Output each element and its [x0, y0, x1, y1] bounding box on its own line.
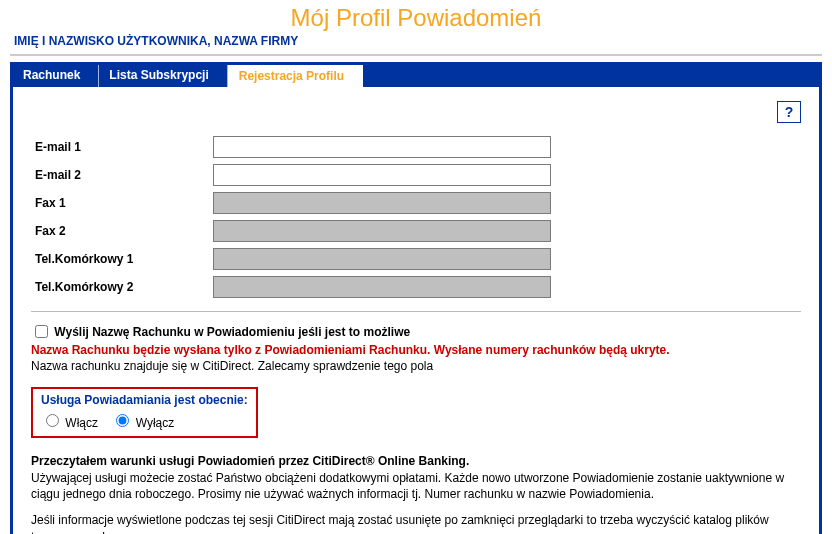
divider	[31, 311, 801, 312]
radio-off[interactable]	[116, 414, 129, 427]
label-fax2: Fax 2	[31, 217, 209, 245]
label-email1: E-mail 1	[31, 133, 209, 161]
tab-rejestracja-profilu[interactable]: Rejestracja Profilu	[228, 65, 363, 87]
service-status-title: Usługa Powiadamiania jest obecnie:	[41, 393, 248, 407]
radio-on-text: Włącz	[65, 416, 98, 430]
tab-rachunek[interactable]: Rachunek	[13, 65, 99, 87]
terms-title: Przeczytałem warunki usługi Powiadomień …	[31, 454, 801, 468]
user-info: IMIĘ I NAZWISKO UŻYTKOWNIKA, NAZWA FIRMY	[0, 34, 832, 54]
input-cell2[interactable]	[213, 276, 551, 298]
help-button[interactable]: ?	[777, 101, 801, 123]
tab-content: ? E-mail 1 E-mail 2 Fax 1 Fax 2 Tel.Komó…	[13, 87, 819, 534]
checkbox-send-name-label: Wyślij Nazwę Rachunku w Powiadomieniu je…	[54, 325, 410, 339]
terms-text: Używającej usługi możecie zostać Państwo…	[31, 470, 801, 502]
service-status-box: Usługa Powiadamiania jest obecnie: Włącz…	[31, 387, 258, 438]
session-note: Jeśli informacje wyświetlone podczas tej…	[31, 512, 801, 534]
radio-off-label: Wyłącz	[111, 416, 174, 430]
label-cell1: Tel.Komórkowy 1	[31, 245, 209, 273]
main-panel: Rachunek Lista Subskrypcji Rejestracja P…	[10, 62, 822, 534]
input-cell1[interactable]	[213, 248, 551, 270]
input-fax1[interactable]	[213, 192, 551, 214]
checkbox-send-name[interactable]	[35, 325, 48, 338]
input-fax2[interactable]	[213, 220, 551, 242]
radio-on-label: Włącz	[41, 416, 101, 430]
label-cell2: Tel.Komórkowy 2	[31, 273, 209, 301]
radio-on[interactable]	[46, 414, 59, 427]
input-email1[interactable]	[213, 136, 551, 158]
label-email2: E-mail 2	[31, 161, 209, 189]
input-email2[interactable]	[213, 164, 551, 186]
divider	[10, 54, 822, 56]
warning-text: Nazwa Rachunku będzie wysłana tylko z Po…	[31, 343, 801, 357]
tab-lista-subskrypcji[interactable]: Lista Subskrypcji	[99, 65, 227, 87]
page-title: Mój Profil Powiadomień	[0, 4, 832, 32]
contact-form: E-mail 1 E-mail 2 Fax 1 Fax 2 Tel.Komórk…	[31, 133, 801, 301]
label-fax1: Fax 1	[31, 189, 209, 217]
radio-off-text: Wyłącz	[136, 416, 175, 430]
note-text: Nazwa rachunku znajduje się w CitiDirect…	[31, 359, 801, 373]
tab-bar: Rachunek Lista Subskrypcji Rejestracja P…	[13, 65, 819, 87]
